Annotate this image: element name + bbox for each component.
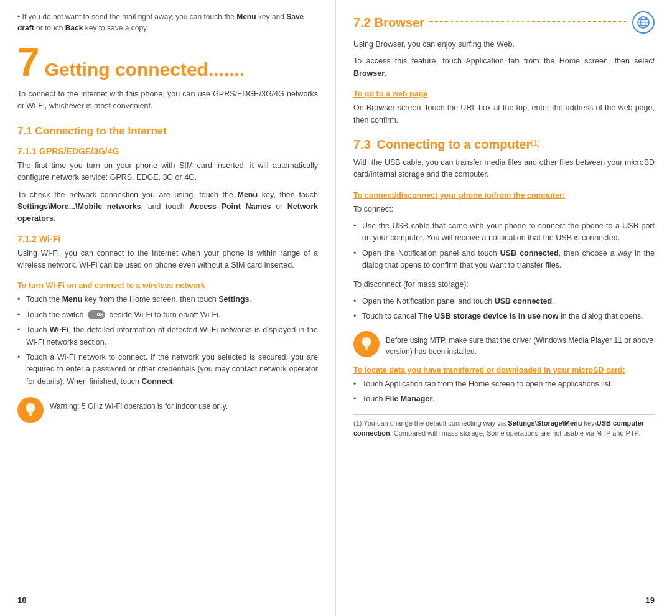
subsection-711-title: 7.1.1 GPRS/EDGE/3G/4G <box>17 146 318 156</box>
chapter-heading: 7 Getting connected....... <box>17 42 318 82</box>
section-73-title: Connecting to a computer <box>376 138 531 151</box>
wifi-bullet-1: Touch the Menu key from the Home screen,… <box>17 294 318 306</box>
computer-intro: With the USB cable, you can transfer med… <box>353 157 655 181</box>
chapter-number: 7 <box>17 42 40 82</box>
right-page: 7.2 Browser Using Browser, you can enjoy… <box>336 0 672 616</box>
section-7-1-title: 7.1 Connecting to the Internet <box>17 125 318 138</box>
wifi-bullet-3: Touch Wi-Fi, the detailed information of… <box>17 324 318 348</box>
browser-underline: To go to a web page <box>353 90 655 98</box>
connect-bullet-1: Use the USB cable that came with your ph… <box>353 220 655 245</box>
wifi-bullet-2: Touch the switch ON beside Wi-Fi to turn… <box>17 309 318 321</box>
wifi-intro: Using Wi-Fi, you can connect to the Inte… <box>17 248 318 272</box>
browser-url-text: On Browser screen, touch the URL box at … <box>353 102 655 126</box>
disconnect-label: To disconnect (for mass storage): <box>353 279 655 291</box>
subsection-712-title: 7.1.2 Wi-Fi <box>17 234 318 244</box>
connect-bullet-2: Open the Notification panel and touch US… <box>353 248 655 272</box>
top-note: • If you do not want to send the mail ri… <box>17 11 318 34</box>
locate-underline: To locate data you have transferred or d… <box>353 366 655 375</box>
section-73-num: 7.3 <box>353 138 371 151</box>
browser-text1: To access this feature, touch Applicatio… <box>353 55 655 80</box>
wifi-underline: To turn Wi-Fi on and connect to a wirele… <box>17 281 318 290</box>
toggle-switch: ON <box>88 310 105 319</box>
svg-rect-9 <box>365 347 368 349</box>
connect-underline: To connect/disconnect your phone to/from… <box>353 191 655 200</box>
page-number-left: 18 <box>17 595 318 605</box>
disconnect-bullet-2: Touch to cancel The USB storage device i… <box>353 310 655 322</box>
gprs-text1: The first time you turn on your phone wi… <box>17 160 318 184</box>
browser-intro: Using Browser, you can enjoy surfing the… <box>353 39 655 50</box>
svg-rect-1 <box>29 413 32 415</box>
svg-rect-2 <box>29 415 32 416</box>
warning-text: Warning: 5 GHz Wi-Fi operation is for in… <box>50 397 228 412</box>
chapter-intro: To connect to the Internet with this pho… <box>17 88 318 113</box>
svg-rect-10 <box>365 349 368 350</box>
disconnect-bullet-1: Open the Notification panel and touch US… <box>353 296 655 307</box>
mtp-lightbulb-icon <box>358 335 375 353</box>
locate-bullet-1: Touch Application tab from the Home scre… <box>353 378 655 390</box>
lightbulb-icon <box>22 401 39 419</box>
mtp-warning-box: Before using MTP, make sure that the dri… <box>353 331 655 357</box>
to-connect-label: To connect: <box>353 203 655 215</box>
left-page: • If you do not want to send the mail ri… <box>0 0 336 616</box>
gprs-text2: To check the network connection you are … <box>17 189 318 225</box>
section-72-title: Browser <box>375 16 424 30</box>
globe-icon <box>632 11 655 34</box>
footnote: (1) You can change the default connectin… <box>353 414 655 439</box>
warning-box: Warning: 5 GHz Wi-Fi operation is for in… <box>17 397 318 423</box>
section-73-heading: 7.3 Connecting to a computer(1) <box>353 138 655 152</box>
wifi-bullet-4: Touch a Wi-Fi network to connect. If the… <box>17 352 318 388</box>
section-73-sup: (1) <box>531 139 540 147</box>
dots-line <box>428 21 628 22</box>
mtp-warning-icon <box>353 331 380 357</box>
page-number-right: 19 <box>353 595 655 605</box>
locate-bullet-2: Touch File Manager. <box>353 393 655 405</box>
mtp-warning-text: Before using MTP, make sure that the dri… <box>386 331 655 357</box>
warning-icon <box>17 397 44 423</box>
section-72-heading: 7.2 Browser <box>353 11 655 34</box>
chapter-title: Getting connected....... <box>45 59 245 80</box>
section-72-num: 7.2 <box>353 16 371 30</box>
